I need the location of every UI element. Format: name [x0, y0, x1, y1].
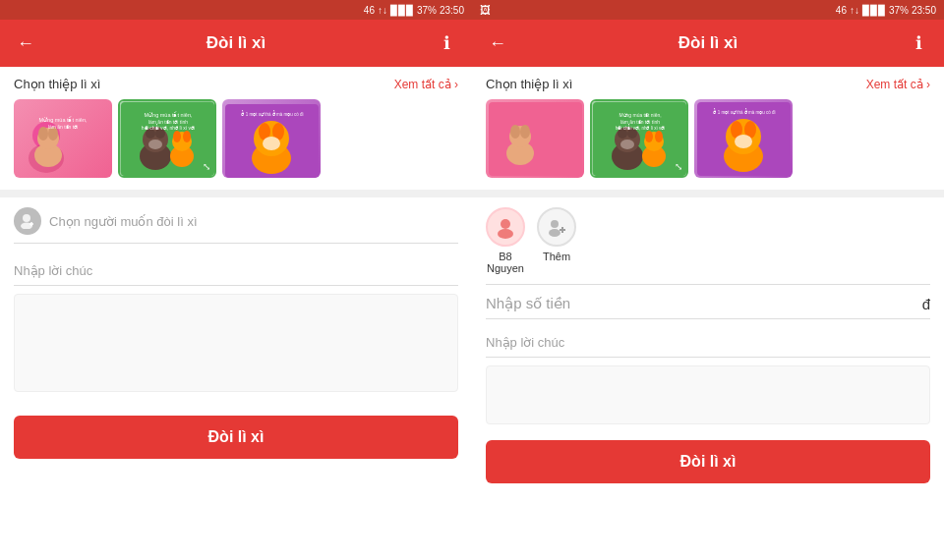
svg-point-36	[520, 125, 530, 139]
svg-point-45	[645, 131, 653, 142]
left-signal: 46 ↑↓ ▉▉▉ 37% 23:50	[364, 5, 464, 16]
right-card-section-label: Chọn thiệp lì xì	[486, 77, 572, 91]
right-card1-illustration	[489, 102, 582, 176]
right-card-carousel: Mừng múa tất niên, làm ăn tấn tới tình h…	[472, 99, 944, 190]
left-info-button[interactable]: ℹ	[433, 29, 460, 57]
right-message-area[interactable]	[486, 365, 930, 424]
right-card-1[interactable]	[486, 99, 584, 178]
right-content: Chọn thiệp lì xì Xem tất cả ›	[472, 67, 944, 560]
right-card2-illustration: Mừng múa tất niên, làm ăn tấn tới tình h…	[593, 102, 686, 176]
right-card-2[interactable]: Mừng múa tất niên, làm ăn tấn tới tình h…	[590, 99, 688, 178]
right-info-icon: ℹ	[915, 32, 922, 54]
left-card1-illustration: Mừng múa tất niên, làm ăn tấn tới	[17, 104, 110, 178]
info-icon: ℹ	[443, 32, 450, 54]
svg-point-58	[498, 229, 513, 239]
left-card3-illustration: ở 1 mọt sự thà ở mà mọu có đi	[225, 104, 319, 178]
svg-point-59	[551, 220, 559, 228]
left-message-input[interactable]: Nhập lời chúc	[14, 261, 458, 286]
left-card-3[interactable]: ở 1 mọt sự thà ở mà mọu có đi	[222, 99, 321, 178]
right-page-title: Đòi lì xì	[678, 33, 738, 53]
right-amount-section: Nhập số tiền đ	[472, 285, 944, 329]
left-content: Chọn thiệp lì xì Xem tất cả ›	[0, 67, 472, 560]
left-see-all-button[interactable]: Xem tất cả ›	[394, 78, 458, 91]
svg-point-57	[501, 219, 510, 229]
svg-text:Mừng múa tất niên,: Mừng múa tất niên,	[38, 116, 87, 123]
left-card2-expand-icon: ⤡	[203, 161, 210, 172]
right-avatar-b8nguyen-label: B8Nguyen	[487, 251, 524, 274]
svg-point-16	[173, 131, 181, 142]
svg-text:Mừng múa tất niên,: Mừng múa tất niên,	[619, 112, 661, 118]
right-message-input[interactable]: Nhập lời chúc	[486, 333, 930, 358]
right-screen: 🖼 46 ↑↓ ▉▉▉ 37% 23:50 ← Đòi lì xì ℹ Chọn…	[472, 0, 944, 560]
right-amount-underline	[486, 318, 930, 319]
right-divider	[472, 190, 944, 197]
right-status-bar: 🖼 46 ↑↓ ▉▉▉ 37% 23:50	[472, 0, 944, 20]
right-avatar-list: B8Nguyen Thêm	[472, 197, 944, 284]
svg-text:ở 1 mọt sự thà ở mà mọu có đi: ở 1 mọt sự thà ở mà mọu có đi	[241, 110, 303, 117]
svg-rect-32	[489, 102, 582, 176]
right-image-icon: 🖼	[480, 4, 491, 16]
right-submit-button[interactable]: Đòi lì xì	[486, 440, 930, 483]
right-currency-label: đ	[922, 296, 930, 312]
right-add-person-icon	[545, 215, 568, 239]
left-submit-button[interactable]: Đòi lì xì	[14, 416, 458, 459]
right-card-3[interactable]: ở 1 mọt sự thà ở mà mọu có đi	[694, 99, 793, 178]
svg-text:làm ăn tấn tới tình: làm ăn tấn tới tình	[620, 119, 659, 125]
right-info-button[interactable]: ℹ	[905, 29, 932, 57]
right-header: ← Đòi lì xì ℹ	[472, 20, 944, 67]
svg-text:Mừng múa tất niên,: Mừng múa tất niên,	[144, 111, 192, 118]
left-header: ← Đòi lì xì ℹ	[0, 20, 472, 67]
left-card-1[interactable]: Mừng múa tất niên, làm ăn tấn tới	[14, 99, 112, 178]
svg-point-13	[148, 140, 162, 149]
svg-point-35	[510, 125, 520, 139]
svg-text:ở 1 mọt sự thà ở mà mọu có đi: ở 1 mọt sự thà ở mà mọu có đi	[713, 108, 775, 115]
right-card2-expand-icon: ⤡	[675, 161, 682, 172]
right-signal: 46 ↑↓ ▉▉▉ 37% 23:50	[836, 5, 936, 16]
left-recipient-section: Chọn người muốn đòi lì xì	[0, 197, 472, 253]
left-message-section: Nhập lời chúc	[0, 253, 472, 408]
left-recipient-input[interactable]: Chọn người muốn đòi lì xì	[14, 207, 458, 244]
left-screen: 46 ↑↓ ▉▉▉ 37% 23:50 ← Đòi lì xì ℹ Chọn t…	[0, 0, 472, 560]
left-recipient-placeholder: Chọn người muốn đòi lì xì	[49, 214, 198, 229]
right-avatar-b8nguyen-circle	[486, 207, 525, 247]
left-card-carousel: Mừng múa tất niên, làm ăn tấn tới	[0, 99, 472, 190]
svg-point-55	[735, 135, 752, 148]
right-see-all-button[interactable]: Xem tất cả ›	[866, 78, 930, 91]
right-avatar-b8nguyen[interactable]: B8Nguyen	[486, 207, 525, 274]
svg-text:hết chải vơi, nhớ lì xì với: hết chải vơi, nhớ lì xì với	[141, 124, 194, 131]
svg-point-28	[23, 214, 30, 222]
left-page-title: Đòi lì xì	[206, 33, 266, 53]
svg-text:làm ăn tấn tới: làm ăn tấn tới	[47, 124, 77, 130]
left-message-placeholder: Nhập lời chúc	[14, 263, 92, 278]
left-person-icon	[14, 207, 41, 235]
right-amount-input[interactable]: Nhập số tiền đ	[486, 295, 930, 314]
right-amount-placeholder: Nhập số tiền	[486, 295, 922, 312]
left-card-section-header: Chọn thiệp lì xì Xem tất cả ›	[0, 67, 472, 99]
right-card3-illustration: ở 1 mọt sự thà ở mà mọu có đi	[697, 102, 791, 176]
right-message-section: Nhập lời chúc	[472, 329, 944, 432]
left-status-bar: 46 ↑↓ ▉▉▉ 37% 23:50	[0, 0, 472, 20]
left-card2-illustration: Mừng múa tất niên, làm ăn tấn tới tình h…	[121, 102, 214, 176]
svg-text:hết chải vơi, nhớ lì xì với: hết chải vơi, nhớ lì xì với	[615, 124, 665, 131]
user-add-icon	[20, 213, 35, 229]
svg-point-42	[620, 140, 634, 149]
right-card-section-header: Chọn thiệp lì xì Xem tất cả ›	[472, 67, 944, 99]
svg-point-60	[549, 229, 560, 237]
right-avatar-add-circle	[537, 207, 576, 247]
left-back-button[interactable]: ←	[12, 29, 39, 57]
svg-point-17	[183, 131, 191, 142]
left-divider	[0, 190, 472, 197]
right-back-button[interactable]: ←	[484, 29, 511, 57]
svg-point-26	[263, 137, 280, 150]
svg-point-46	[655, 131, 663, 142]
left-message-area[interactable]	[14, 294, 458, 392]
right-message-placeholder: Nhập lời chúc	[486, 335, 564, 350]
left-card-section-label: Chọn thiệp lì xì	[14, 77, 100, 91]
left-card-2[interactable]: Mừng múa tất niên, làm ăn tấn tới tình h…	[118, 99, 216, 178]
right-avatar-add[interactable]: Thêm	[537, 207, 576, 262]
right-avatar-person-icon	[494, 215, 517, 239]
svg-point-4	[38, 127, 48, 140]
right-avatar-add-label: Thêm	[543, 251, 570, 262]
